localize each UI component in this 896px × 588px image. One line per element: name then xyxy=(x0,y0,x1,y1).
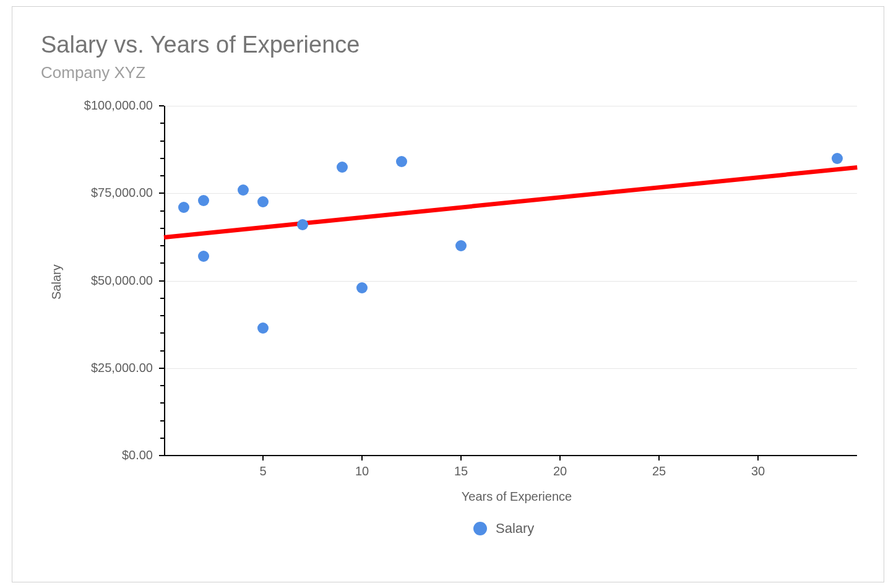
plot-area: $0.00$25,000.00$50,000.00$75,000.00$100,… xyxy=(164,106,857,456)
y-axis-line xyxy=(164,106,165,456)
x-tick xyxy=(460,456,462,460)
y-tick xyxy=(159,280,164,282)
legend: Salary xyxy=(473,521,534,537)
gridline xyxy=(164,368,857,369)
data-point xyxy=(198,251,209,262)
data-point xyxy=(396,156,407,167)
y-tick-label: $50,000.00 xyxy=(29,274,153,288)
x-axis-label: Years of Experience xyxy=(449,490,585,504)
legend-label: Salary xyxy=(496,521,534,537)
x-tick-label: 10 xyxy=(350,464,374,478)
y-tick xyxy=(159,368,164,369)
y-tick-label: $75,000.00 xyxy=(29,186,153,200)
x-tick-label: 30 xyxy=(746,464,770,478)
data-point xyxy=(257,322,269,334)
chart-title: Salary vs. Years of Experience xyxy=(41,32,360,58)
data-point xyxy=(257,196,269,207)
x-tick-label: 15 xyxy=(449,464,473,478)
y-tick xyxy=(159,192,164,194)
y-tick-label: $25,000.00 xyxy=(29,361,153,375)
data-point xyxy=(198,195,209,206)
x-tick xyxy=(658,456,660,460)
x-tick-label: 20 xyxy=(548,464,572,478)
x-tick xyxy=(559,456,561,460)
x-tick xyxy=(757,456,759,460)
data-point xyxy=(297,219,308,230)
y-tick xyxy=(159,455,164,456)
x-tick-label: 25 xyxy=(647,464,671,478)
data-point xyxy=(832,153,843,164)
y-axis-label: Salary xyxy=(50,264,64,300)
chart-frame: Salary vs. Years of Experience Company X… xyxy=(12,6,884,582)
data-point xyxy=(356,282,368,293)
data-point xyxy=(337,162,348,173)
chart-subtitle: Company XYZ xyxy=(41,63,360,82)
y-tick xyxy=(159,105,164,106)
y-tick-label: $100,000.00 xyxy=(29,98,153,113)
gridline xyxy=(164,106,857,106)
chart-title-block: Salary vs. Years of Experience Company X… xyxy=(41,32,360,82)
x-tick xyxy=(361,456,363,460)
data-point xyxy=(455,240,467,251)
legend-swatch-icon xyxy=(473,522,487,535)
x-tick-label: 5 xyxy=(251,464,275,478)
y-tick-label: $0.00 xyxy=(29,448,153,462)
data-point xyxy=(178,202,189,213)
x-axis-line xyxy=(164,455,857,456)
gridline xyxy=(164,193,857,194)
x-tick xyxy=(262,456,264,460)
gridline xyxy=(164,281,857,282)
data-point xyxy=(238,184,249,196)
